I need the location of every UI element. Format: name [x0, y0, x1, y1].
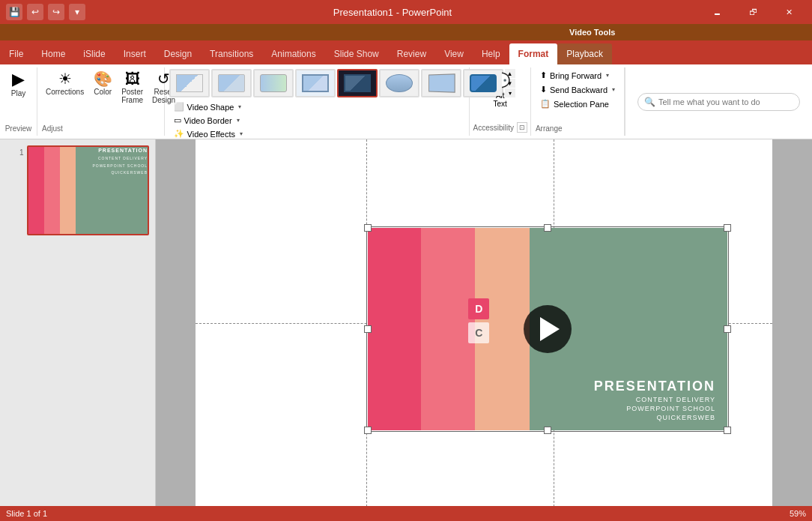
selection-pane-label: Selection Pane	[554, 100, 609, 109]
adjust-content: ☀ Corrections 🎨 Color 🖼 PosterFrame ↺ Re…	[42, 69, 179, 124]
tab-format[interactable]: Format	[509, 43, 558, 64]
redo-button[interactable]: ↪	[48, 4, 64, 20]
video-effects-label: Video Effects	[187, 130, 235, 139]
poster-frame-icon: 🖼	[125, 71, 140, 86]
adjust-group-label: Adjust	[42, 124, 63, 134]
slide-info: Slide 1 of 1	[6, 509, 47, 518]
video-shape-button[interactable]: ⬜ Video Shape ▾	[169, 100, 247, 113]
tell-me-section: 🔍	[625, 67, 812, 136]
selection-pane-button[interactable]: 📋 Selection Pane	[536, 97, 613, 110]
slide-container: 1 PRESENTATIONCONTENT DELIVERYPOWERPOINT…	[19, 145, 149, 235]
tab-view[interactable]: View	[435, 43, 473, 64]
poster-frame-button[interactable]: 🖼 PosterFrame	[118, 69, 147, 106]
tab-help[interactable]: Help	[473, 43, 509, 64]
minimize-button[interactable]: 🗕	[700, 0, 734, 24]
handle-bottom-right[interactable]	[724, 427, 731, 434]
play-button[interactable]: ▶ Play	[5, 69, 32, 100]
video-style-3[interactable]	[253, 69, 294, 97]
thumb-peach	[60, 147, 76, 234]
tab-transitions[interactable]: Transitions	[201, 43, 262, 64]
video-style-1[interactable]	[169, 69, 210, 97]
video-shape-label: Video Shape	[187, 103, 234, 112]
video-style-6[interactable]	[379, 69, 419, 97]
play-video-button[interactable]	[524, 305, 572, 353]
handle-bottom-middle[interactable]	[544, 427, 551, 434]
status-bar: Slide 1 of 1 59%	[0, 506, 812, 521]
ribbon-group-arrange: ⬆ Bring Forward ▾ ⬇ Send Backward ▾ 📋 Se…	[531, 67, 625, 136]
window-controls: 🗕 🗗 ✕	[700, 0, 806, 24]
thumb-pink	[28, 147, 44, 234]
video-dc-label: D C	[468, 298, 489, 343]
handle-top-middle[interactable]	[544, 224, 551, 232]
bring-forward-dropdown: ▾	[606, 72, 609, 79]
play-triangle-icon	[540, 317, 560, 341]
video-style-2[interactable]	[211, 69, 252, 97]
tab-insert[interactable]: Insert	[115, 43, 155, 64]
slide-thumb-1[interactable]: PRESENTATIONCONTENT DELIVERYPOWERPOINT S…	[27, 145, 149, 235]
tell-me-input[interactable]	[658, 97, 793, 106]
slide-canvas: PRESENTATION CONTENT DELIVERY POWERPOINT…	[196, 139, 772, 506]
arrange-row-3: 📋 Selection Pane	[536, 97, 619, 110]
play-icon: ▶	[12, 71, 25, 88]
customize-button[interactable]: ▾	[69, 4, 85, 20]
handle-middle-left[interactable]	[364, 325, 372, 333]
send-backward-dropdown: ▾	[612, 86, 615, 93]
video-shape-dropdown: ▾	[238, 103, 241, 110]
preview-group-label: Preview	[5, 124, 32, 134]
tab-playback[interactable]: Playback	[557, 43, 612, 64]
color-icon: 🎨	[94, 71, 112, 86]
dc-c-label: C	[468, 322, 489, 343]
tab-review[interactable]: Review	[388, 43, 435, 64]
undo-button[interactable]: ↩	[27, 4, 43, 20]
restore-button[interactable]: 🗗	[736, 0, 770, 24]
video-element[interactable]: PRESENTATION CONTENT DELIVERY POWERPOINT…	[368, 228, 727, 430]
video-border-button[interactable]: ▭ Video Border ▾	[169, 114, 247, 127]
ribbon-group-video-styles: ▲ ▼ ▾ ⬜ Video Shape ▾ ▭ Video Border ▾	[165, 67, 470, 136]
tab-home[interactable]: Home	[32, 43, 74, 64]
handle-top-right[interactable]	[724, 224, 731, 232]
tab-animations[interactable]: Animations	[262, 43, 324, 64]
bring-forward-button[interactable]: ⬆ Bring Forward ▾	[536, 69, 613, 82]
video-title: PRESENTATION	[594, 379, 715, 394]
video-style-7[interactable]	[421, 69, 461, 97]
accessibility-expand[interactable]: ⊡	[517, 122, 527, 133]
video-frame: PRESENTATION CONTENT DELIVERY POWERPOINT…	[368, 228, 727, 430]
ribbon: ▶ Play Preview ☀ Corrections 🎨 Color 🖼 P…	[0, 64, 812, 139]
tab-file[interactable]: File	[0, 43, 32, 64]
play-label: Play	[11, 89, 25, 97]
color-button[interactable]: 🎨 Color	[89, 69, 116, 98]
ribbon-group-preview: ▶ Play Preview	[0, 67, 37, 136]
video-shape-icon: ⬜	[174, 102, 184, 112]
window-title: Presentation1 - PowerPoint	[85, 7, 700, 18]
bring-forward-icon: ⬆	[540, 70, 547, 80]
video-line1: CONTENT DELIVERY	[594, 396, 715, 403]
arrange-group-label: Arrange	[536, 124, 619, 134]
save-button[interactable]: 💾	[6, 4, 22, 20]
tell-me-box[interactable]: 🔍	[637, 93, 800, 111]
canvas-area: PRESENTATION CONTENT DELIVERY POWERPOINT…	[156, 139, 812, 506]
guide-vertical-left	[366, 139, 367, 506]
corrections-label: Corrections	[46, 88, 84, 96]
video-style-5[interactable]	[337, 69, 378, 97]
thumb-salmon	[44, 147, 60, 234]
video-style-8[interactable]	[463, 69, 503, 97]
video-border-label: Video Border	[184, 116, 232, 125]
video-effects-icon: ✨	[174, 129, 184, 139]
video-style-4[interactable]	[295, 69, 336, 97]
color-label: Color	[94, 88, 112, 96]
tab-design[interactable]: Design	[155, 43, 201, 64]
video-effects-button[interactable]: ✨ Video Effects ▾	[169, 127, 247, 140]
video-effects-dropdown: ▾	[240, 130, 243, 137]
color-strip-salmon	[421, 228, 474, 430]
close-button[interactable]: ✕	[772, 0, 806, 24]
corrections-icon: ☀	[58, 71, 72, 86]
tab-islide[interactable]: iSlide	[74, 43, 114, 64]
handle-top-left[interactable]	[364, 224, 372, 232]
handle-middle-right[interactable]	[724, 325, 731, 333]
corrections-button[interactable]: ☀ Corrections	[42, 69, 88, 98]
zoom-level: 59%	[790, 509, 806, 518]
send-backward-button[interactable]: ⬇ Send Backward ▾	[536, 83, 619, 96]
handle-bottom-left[interactable]	[364, 427, 372, 434]
tab-slideshow[interactable]: Slide Show	[325, 43, 388, 64]
poster-frame-label: PosterFrame	[121, 88, 143, 104]
